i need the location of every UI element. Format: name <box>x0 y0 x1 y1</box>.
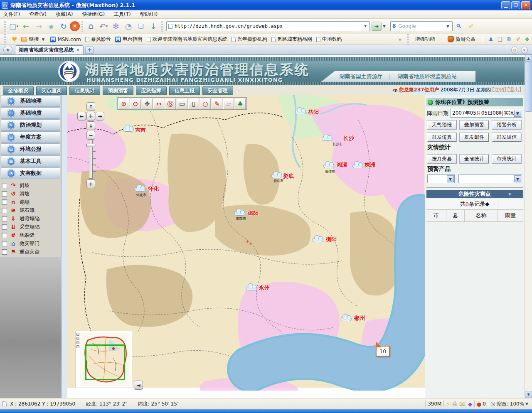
stop-icon[interactable]: ✕ <box>70 21 80 31</box>
notepad-icon[interactable]: ◆ <box>468 401 472 407</box>
nav-tab-emergency[interactable]: 应急指挥 <box>136 86 167 95</box>
rain-date-select[interactable]: 2007年05月05日08时实况 ▼ <box>451 109 522 118</box>
ad-filter-icon[interactable]: ● <box>477 401 481 407</box>
search-go-icon[interactable]: 🔍︎ <box>453 20 465 32</box>
search-input[interactable]: Google <box>396 23 445 29</box>
zoom-slider-handle[interactable] <box>86 144 95 147</box>
notes-icon[interactable]: 🗎︎ <box>506 36 512 42</box>
city-stats-button[interactable]: 市州统计 <box>492 155 521 163</box>
refresh-icon[interactable]: ↻ <box>57 20 70 32</box>
weather-forecast-button[interactable]: 天气预报 <box>427 120 456 129</box>
layer-slope[interactable]: ↷斜坡 <box>2 181 61 189</box>
highlighter-icon[interactable]: ✐ <box>465 20 478 32</box>
layer-debris-flow[interactable]: ≋泥石流 <box>2 206 61 214</box>
nav-tab-report[interactable]: 信息上报 <box>169 86 200 95</box>
search-dropdown-icon[interactable]: ▼ <box>445 24 451 28</box>
address-url[interactable]: http://dzzh.hndh.gov.cn/gridweb.aspx <box>175 23 363 29</box>
double-chevron-icon[interactable]: » <box>507 192 512 195</box>
checkbox[interactable] <box>2 249 7 255</box>
tab-list-star-icon[interactable]: ★ <box>3 46 12 54</box>
exit-link[interactable]: [退出] <box>507 86 521 93</box>
org-link-guotu[interactable]: 湖南省国土资源厅 <box>340 73 383 80</box>
nav-tab-security[interactable]: 安全管理 <box>202 86 233 95</box>
charity-link[interactable]: 傲游公益 <box>448 36 475 43</box>
link-baofeng[interactable]: 暴风影音 <box>85 36 111 43</box>
page-scrollbar[interactable]: ▲ ▼ <box>525 55 532 398</box>
product-select-2[interactable]: ▼ <box>458 175 522 183</box>
links-overflow-icon[interactable]: » <box>399 37 401 42</box>
checkbox[interactable] <box>2 208 7 213</box>
chevron-down-icon[interactable]: ▼ <box>514 175 521 182</box>
chevron-down-icon[interactable]: ▼ <box>514 110 521 117</box>
nav-tab-query[interactable]: 灾点查询 <box>36 86 67 95</box>
overview-mini-buttons[interactable] <box>76 333 79 348</box>
magic-fill-icon[interactable]: ✻ <box>110 20 122 32</box>
overlay-warning-button[interactable]: 叠加预警 <box>460 120 489 129</box>
favorites-heart-icon[interactable]: ♥ <box>12 36 17 43</box>
search-box[interactable]: 8 Google ▼ <box>390 21 453 31</box>
window-list-icon[interactable]: ❏ <box>135 20 147 32</box>
link-radio[interactable]: M电台指南 <box>115 36 143 43</box>
zoom-dropdown-icon[interactable]: ▼ <box>524 402 530 406</box>
scroll-up-icon[interactable]: ▲ <box>525 55 532 62</box>
mass-sms-button[interactable]: 群发短信 <box>492 133 521 142</box>
layer-key-points[interactable]: ⚑重点灾点 <box>2 248 61 256</box>
pan-center-button[interactable]: ✛ <box>86 112 95 120</box>
new-tab-button[interactable]: ✚ <box>85 46 94 54</box>
sidebar-item-basic-tools[interactable]: ▦基本工具 <box>1 155 60 167</box>
sidebar-item-basegeo[interactable]: ∨基础地理 <box>1 95 60 107</box>
province-stats-button[interactable]: 全省统计 <box>460 155 489 163</box>
minimize-button[interactable]: ▁ <box>501 1 510 9</box>
link-msn[interactable]: MMSN.com <box>50 37 81 42</box>
layer-mining-subsidence[interactable]: ⇊采空塌陷 <box>2 223 61 231</box>
recent-pages-icon[interactable]: ◉ <box>45 20 57 32</box>
zoom-plus-button[interactable]: + <box>86 179 95 188</box>
address-dropdown-icon[interactable]: ▼ <box>363 24 368 28</box>
logout-link[interactable]: [注销] <box>492 86 506 93</box>
layer-karst-subsidence[interactable]: ⇓岩溶塌陷 <box>2 214 61 223</box>
brush-icon[interactable]: ✐ <box>516 36 520 42</box>
menu-help[interactable]: 帮助(H) <box>140 11 158 18</box>
monthly-county-button[interactable]: 按月州县 <box>427 155 456 163</box>
window-icon[interactable]: ❏ <box>498 36 502 42</box>
menu-favorites[interactable]: 收藏(A) <box>56 11 73 18</box>
checkbox[interactable] <box>2 183 7 188</box>
enhance-features-link[interactable]: 增强功能 <box>415 36 435 43</box>
link-milu[interactable]: 觅路城市精品网 <box>271 36 312 43</box>
checkbox[interactable] <box>2 191 7 197</box>
skin-icon[interactable]: ❖ <box>525 36 530 42</box>
zoom-in-icon[interactable]: ⊕ <box>118 98 129 109</box>
pan-up-button[interactable]: ↑ <box>86 102 95 111</box>
menu-tools[interactable]: 工具(T) <box>114 11 131 18</box>
nav-tab-overview[interactable]: 全省概况 <box>3 86 34 95</box>
back-icon[interactable]: ← <box>20 20 32 32</box>
map-viewport[interactable]: ⊕ ⊖ ✥ ↔ Ⓢ ▭ ▯ ○ ✎ ▱ ♣ ↑ ← ✛ → ↓ − + 吉首 益… <box>67 95 425 391</box>
go-button[interactable]: ➔ <box>372 22 382 31</box>
zoom-minus-button[interactable]: − <box>86 131 95 140</box>
menu-view[interactable]: 查看(V) <box>29 11 47 18</box>
tabbar-close-icon[interactable]: ✕ <box>521 47 528 54</box>
annotate-icon[interactable]: ✎ <box>212 98 222 109</box>
measure-icon[interactable]: ↔ <box>153 98 164 109</box>
menu-file[interactable]: 文件(F) <box>3 11 20 18</box>
checkbox[interactable] <box>2 199 7 205</box>
popup-blocker-icon[interactable]: ⌧ <box>459 401 466 407</box>
eraser-icon[interactable]: ▱ <box>223 98 234 109</box>
pan-left-button[interactable]: ← <box>77 112 86 120</box>
danger-points-header[interactable]: 危险性灾害点 » <box>426 190 523 198</box>
product-select-1[interactable]: ▼ <box>427 175 455 183</box>
scroll-down-icon[interactable]: ▼ <box>525 391 532 398</box>
rect-zoom-out-icon[interactable]: ▯ <box>188 98 199 109</box>
checkbox[interactable] <box>2 216 7 221</box>
download-icon[interactable]: ↓ <box>147 20 160 32</box>
rect-zoom-in-icon[interactable]: ▭ <box>177 98 187 109</box>
printer-icon[interactable]: ⎙︎ <box>453 401 457 407</box>
user-icon[interactable]: ♟ <box>488 36 493 42</box>
address-bar[interactable]: http://dzzh.hndh.gov.cn/gridweb.aspx ▼ <box>166 21 370 31</box>
mass-fax-button[interactable]: 群发传真 <box>427 133 456 142</box>
pan-icon[interactable]: ✥ <box>142 98 153 109</box>
link-hunan-geo[interactable]: 欢迎登陆湖南省地质灾害信息系统 <box>147 36 227 43</box>
circle-select-icon[interactable]: ○ <box>200 98 211 109</box>
tabbar-settings-icon[interactable]: ⚙︎ <box>511 47 518 54</box>
layer-landslide[interactable]: ↺滑坡 <box>2 189 61 198</box>
